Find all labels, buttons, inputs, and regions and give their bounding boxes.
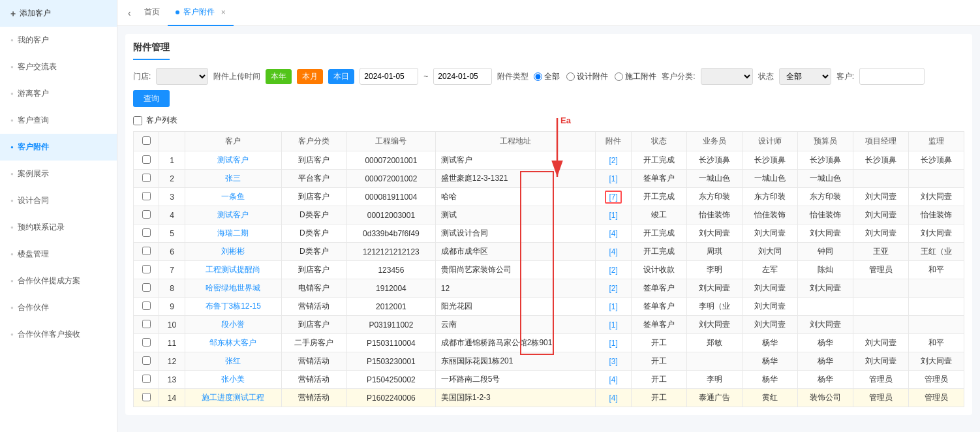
row-address: 测试 bbox=[435, 206, 595, 224]
sidebar-item-appointment-record[interactable]: 预约联系记录 bbox=[0, 214, 117, 241]
date-from-input[interactable] bbox=[360, 68, 418, 85]
sidebar-item-design-contract[interactable]: 设计合同 bbox=[0, 187, 117, 214]
row-checkbox[interactable] bbox=[142, 247, 151, 255]
row-category: 平台客户 bbox=[281, 170, 347, 188]
status-select[interactable]: 全部 bbox=[779, 68, 831, 85]
row-address: 成都市成华区 bbox=[435, 243, 595, 261]
row-pm: 刘大同壹 bbox=[853, 334, 909, 352]
date-to-input[interactable] bbox=[433, 68, 492, 85]
row-checkbox[interactable] bbox=[142, 265, 151, 273]
back-button[interactable]: ‹ bbox=[123, 8, 136, 18]
row-category: 到店客户 bbox=[281, 151, 347, 170]
sidebar-item-add-customer[interactable]: 添加客户 bbox=[0, 0, 117, 27]
table-row: 5 海瑞二期 D类客户 0d339b4b7f6f49 测试设计合同 [4] 开工… bbox=[134, 224, 964, 243]
row-estimator: 长沙顶鼻 bbox=[798, 151, 853, 170]
row-project-no: 1912004 bbox=[347, 279, 436, 298]
col-address: 工程地址 bbox=[435, 132, 595, 151]
row-designer: 东方印装 bbox=[743, 188, 798, 206]
table-row: 13 张小美 营销活动 P1504250002 一环路南二段5号 [4] 开工 … bbox=[134, 371, 964, 389]
tab-home[interactable]: 首页 bbox=[136, 0, 168, 26]
row-checkbox[interactable] bbox=[142, 192, 151, 200]
customer-link[interactable]: 测试客户 bbox=[217, 155, 249, 164]
row-checkbox[interactable] bbox=[142, 393, 151, 401]
row-project-no: 000072001001 bbox=[347, 151, 436, 170]
row-checkbox[interactable] bbox=[142, 301, 151, 310]
row-no: 6 bbox=[159, 243, 185, 261]
sidebar-item-partner-customer[interactable]: 合作伙伴客户接收 bbox=[0, 321, 117, 348]
row-project-no: 2012001 bbox=[347, 298, 436, 316]
row-checkbox[interactable] bbox=[142, 155, 151, 164]
row-checkbox-cell bbox=[134, 371, 159, 389]
row-pm bbox=[853, 316, 909, 334]
row-designer: 刘大同壹 bbox=[743, 298, 798, 316]
customer-link[interactable]: 邹东林大客户 bbox=[209, 338, 256, 347]
radio-design[interactable]: 设计附件 bbox=[566, 71, 608, 82]
btn-month[interactable]: 本月 bbox=[297, 69, 323, 84]
row-address: 测试客户 bbox=[435, 151, 595, 170]
customer-input[interactable] bbox=[859, 68, 925, 85]
customer-category-select[interactable] bbox=[701, 68, 753, 85]
sidebar-item-partner-proposal[interactable]: 合作伙伴提成方案 bbox=[0, 268, 117, 294]
row-checkbox[interactable] bbox=[142, 356, 151, 365]
row-address: 东丽国际花园1栋201 bbox=[435, 352, 595, 371]
row-checkbox[interactable] bbox=[142, 283, 151, 292]
case-show-label: 案例展示 bbox=[18, 168, 49, 179]
row-salesman: 刘大同壹 bbox=[687, 224, 743, 243]
row-checkbox[interactable] bbox=[142, 210, 151, 219]
sidebar-item-wandering-customer[interactable]: 游离客户 bbox=[0, 80, 117, 107]
row-status: 开工 bbox=[632, 389, 687, 407]
customer-link[interactable]: 施工进度测试工程 bbox=[202, 393, 264, 402]
radio-construction[interactable]: 施工附件 bbox=[615, 71, 656, 82]
row-category: 二手房客户 bbox=[281, 334, 347, 352]
customer-link[interactable]: 刘彬彬 bbox=[221, 247, 245, 256]
customer-link[interactable]: 测试客户 bbox=[217, 210, 249, 219]
appointment-record-label: 预约联系记录 bbox=[18, 222, 65, 233]
row-checkbox-cell bbox=[134, 170, 159, 188]
tab-customer-attachment[interactable]: 客户附件 × bbox=[168, 0, 234, 26]
customer-attachment-label: 客户附件 bbox=[18, 142, 49, 153]
tab-home-label: 首页 bbox=[144, 7, 160, 18]
row-checkbox[interactable] bbox=[142, 320, 151, 328]
store-select[interactable] bbox=[156, 68, 208, 85]
row-customer: 段小誉 bbox=[185, 316, 281, 334]
sidebar-item-customer-exchange[interactable]: 客户交流表 bbox=[0, 54, 117, 80]
query-button[interactable]: 查询 bbox=[133, 90, 170, 107]
customer-link[interactable]: 张三 bbox=[225, 174, 241, 183]
row-category: 营销活动 bbox=[281, 298, 347, 316]
col-supervisor: 监理 bbox=[909, 132, 964, 151]
btn-day[interactable]: 本日 bbox=[328, 69, 354, 84]
tab-close-icon[interactable]: × bbox=[221, 8, 226, 17]
table-row: 9 布鲁丁3栋12-15 营销活动 2012001 阳光花园 [1] 签单客户 … bbox=[134, 298, 964, 316]
customer-link[interactable]: 工程测试提醒尚 bbox=[206, 265, 260, 274]
row-checkbox[interactable] bbox=[142, 375, 151, 383]
sidebar-item-customer-query[interactable]: 客户查询 bbox=[0, 107, 117, 134]
customer-link[interactable]: 张小美 bbox=[221, 375, 245, 384]
row-supervisor: 和平 bbox=[909, 334, 964, 352]
row-checkbox-cell bbox=[134, 316, 159, 334]
row-salesman bbox=[687, 352, 743, 371]
sidebar-item-partner[interactable]: 合作伙伴 bbox=[0, 294, 117, 321]
customer-link[interactable]: 张红 bbox=[225, 356, 241, 365]
row-estimator: 刘大同壹 bbox=[798, 279, 853, 298]
row-customer: 哈密绿地世界城 bbox=[185, 279, 281, 298]
sidebar-item-my-customer[interactable]: 我的客户 bbox=[0, 27, 117, 54]
row-checkbox[interactable] bbox=[142, 228, 151, 237]
row-checkbox[interactable] bbox=[142, 338, 151, 347]
customer-link[interactable]: 一条鱼 bbox=[221, 192, 245, 201]
row-checkbox[interactable] bbox=[142, 174, 151, 182]
sidebar-item-customer-attachment[interactable]: 客户附件 bbox=[0, 134, 117, 161]
row-pm: 刘大同壹 bbox=[853, 188, 909, 206]
btn-year[interactable]: 本年 bbox=[266, 69, 292, 84]
customer-link[interactable]: 段小誉 bbox=[221, 320, 245, 329]
header-checkbox[interactable] bbox=[142, 136, 151, 145]
customer-link[interactable]: 布鲁丁3栋12-15 bbox=[206, 301, 261, 311]
customer-link[interactable]: 哈密绿地世界城 bbox=[206, 283, 260, 292]
sidebar-item-case-show[interactable]: 案例展示 bbox=[0, 161, 117, 187]
row-address: 成都市通锦桥路马家公馆2栋901 bbox=[435, 334, 595, 352]
customer-link[interactable]: 海瑞二期 bbox=[217, 228, 249, 238]
radio-all[interactable]: 全部 bbox=[534, 71, 560, 82]
tab-bar: ‹ 首页 客户附件 × bbox=[117, 0, 980, 26]
select-all-checkbox[interactable] bbox=[133, 116, 142, 125]
row-estimator: 陈灿 bbox=[798, 261, 853, 279]
sidebar-item-building-management[interactable]: 楼盘管理 bbox=[0, 241, 117, 268]
